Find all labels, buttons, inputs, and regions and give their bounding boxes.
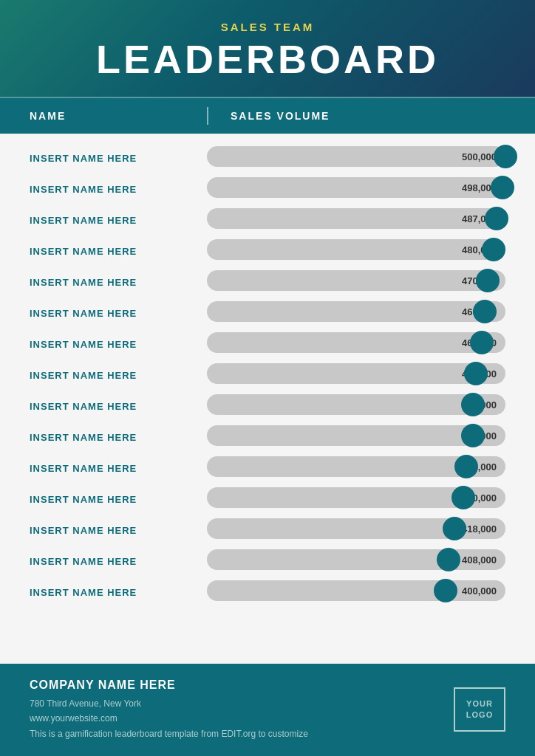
table-row: INSERT NAME HERE430,000: [30, 484, 505, 515]
company-name: COMPANY NAME HERE: [30, 678, 308, 692]
bar-bg: 500,000: [207, 146, 505, 167]
bar-container: 418,000: [207, 518, 505, 542]
bar-container: 435,000: [207, 456, 505, 480]
table-row: INSERT NAME HERE500,000: [30, 142, 505, 173]
bar-dot: [437, 548, 460, 571]
bar-bg: 408,000: [207, 549, 505, 570]
bar-dot: [461, 393, 485, 416]
bar-container: 500,000: [207, 146, 505, 170]
row-name: INSERT NAME HERE: [30, 215, 207, 226]
bar-dot: [473, 300, 497, 323]
bar-container: 470,000: [207, 270, 505, 294]
bar-bg: 430,000: [207, 487, 505, 508]
subtitle: SALES TEAM: [30, 21, 505, 33]
footer-left: COMPANY NAME HERE 780 Third Avenue, New …: [30, 678, 308, 741]
row-name: INSERT NAME HERE: [30, 370, 207, 381]
table-row: INSERT NAME HERE447,000: [30, 422, 505, 453]
table-row: INSERT NAME HERE450,000: [30, 360, 505, 391]
bar-dot: [454, 455, 478, 478]
bar-value: 500,000: [462, 151, 497, 162]
table-row: INSERT NAME HERE460,000: [30, 329, 505, 360]
bar-value: 400,000: [462, 585, 497, 597]
bar-container: 460,000: [207, 332, 505, 356]
footer: COMPANY NAME HERE 780 Third Avenue, New …: [0, 664, 535, 756]
logo-box: YOUR LOGO: [454, 687, 505, 732]
bar-dot: [482, 238, 505, 261]
table-row: INSERT NAME HERE498,000: [30, 173, 505, 205]
bar-dot: [491, 176, 514, 199]
col-sales-header: SALES VOLUME: [231, 110, 330, 122]
bar-bg: 487,000: [207, 208, 505, 229]
table-row: INSERT NAME HERE480,000: [30, 236, 505, 267]
bar-dot: [443, 517, 466, 540]
bar-bg: 418,000: [207, 518, 505, 539]
bar-bg: 466,000: [207, 301, 505, 322]
logo-line1: YOUR: [466, 698, 493, 709]
bar-container: 450,000: [207, 363, 505, 387]
logo-line2: LOGO: [466, 709, 493, 721]
bar-dot: [476, 269, 500, 292]
bar-bg: 450,000: [207, 363, 505, 384]
column-headers: NAME SALES VOLUME: [0, 97, 535, 134]
footer-website: www.yourwebsite.com: [30, 711, 308, 726]
bar-bg: 447,000: [207, 425, 505, 446]
row-name: INSERT NAME HERE: [30, 525, 207, 536]
bar-dot: [485, 207, 508, 230]
row-name: INSERT NAME HERE: [30, 463, 207, 474]
footer-address: 780 Third Avenue, New York: [30, 696, 308, 711]
row-name: INSERT NAME HERE: [30, 587, 207, 598]
table-row: INSERT NAME HERE408,000: [30, 546, 505, 577]
table-row: INSERT NAME HERE470,000: [30, 267, 505, 298]
row-name: INSERT NAME HERE: [30, 153, 207, 164]
bar-container: 400,000: [207, 580, 505, 604]
bar-container: 408,000: [207, 549, 505, 573]
bar-dot: [464, 362, 488, 385]
row-name: INSERT NAME HERE: [30, 246, 207, 257]
bar-bg: 460,000: [207, 332, 505, 353]
table-row: INSERT NAME HERE466,000: [30, 298, 505, 329]
row-name: INSERT NAME HERE: [30, 277, 207, 288]
table-row: INSERT NAME HERE418,000: [30, 515, 505, 546]
bar-value: 408,000: [462, 554, 497, 566]
bar-container: 498,000: [207, 177, 505, 201]
col-divider: [207, 107, 208, 125]
table-row: INSERT NAME HERE449,000: [30, 391, 505, 422]
bar-bg: 480,000: [207, 239, 505, 260]
bar-container: 487,000: [207, 208, 505, 232]
row-name: INSERT NAME HERE: [30, 184, 207, 195]
bar-container: 447,000: [207, 425, 505, 449]
row-name: INSERT NAME HERE: [30, 308, 207, 319]
row-name: INSERT NAME HERE: [30, 556, 207, 567]
table-row: INSERT NAME HERE400,000: [30, 577, 505, 608]
bar-container: 449,000: [207, 394, 505, 418]
leaderboard-table: INSERT NAME HERE500,000INSERT NAME HERE4…: [0, 134, 535, 664]
bar-bg: 449,000: [207, 394, 505, 415]
row-name: INSERT NAME HERE: [30, 339, 207, 350]
row-name: INSERT NAME HERE: [30, 432, 207, 443]
row-name: INSERT NAME HERE: [30, 494, 207, 505]
col-name-header: NAME: [30, 110, 207, 122]
title: LEADERBOARD: [30, 36, 505, 82]
bar-dot: [434, 579, 457, 602]
header: SALES TEAM LEADERBOARD: [0, 0, 535, 97]
table-row: INSERT NAME HERE435,000: [30, 453, 505, 484]
bar-container: 466,000: [207, 301, 505, 325]
bar-value: 418,000: [462, 523, 497, 535]
bar-dot: [494, 145, 517, 168]
bar-bg: 498,000: [207, 177, 505, 198]
bar-dot: [461, 424, 485, 447]
bar-bg: 470,000: [207, 270, 505, 291]
bar-bg: 435,000: [207, 456, 505, 477]
bar-dot: [470, 331, 494, 354]
bar-bg: 400,000: [207, 580, 505, 601]
footer-tagline: This is a gamification leaderboard templ…: [30, 726, 308, 741]
table-row: INSERT NAME HERE487,000: [30, 205, 505, 236]
bar-container: 480,000: [207, 239, 505, 263]
row-name: INSERT NAME HERE: [30, 401, 207, 412]
bar-container: 430,000: [207, 487, 505, 511]
bar-dot: [451, 486, 475, 509]
